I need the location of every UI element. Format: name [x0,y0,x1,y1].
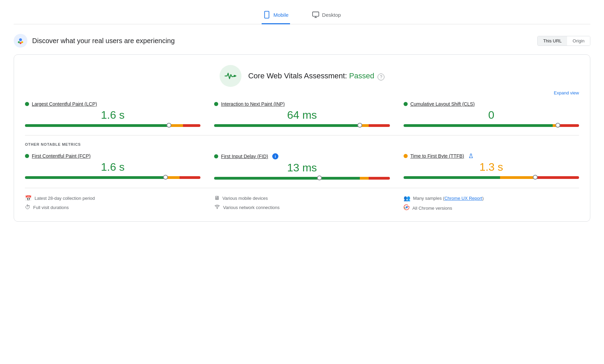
cls-status-dot [404,102,408,106]
tab-desktop-label: Desktop [322,12,341,18]
tab-bar: Mobile Desktop [14,7,590,24]
cwv-help-icon[interactable]: ? [378,74,384,80]
lcp-status-dot [25,102,29,106]
fid-info-icon[interactable]: i [272,153,278,159]
ttfb-bar-red [535,176,579,179]
svg-point-10 [234,75,236,77]
footer-col-1: 📅 Latest 28-day collection period ⏱ Full… [25,195,200,212]
metric-ttfb: Time to First Byte (TTFB) 1.3 s [404,153,579,180]
google-icon [16,36,25,46]
metric-fcp: First Contentful Paint (FCP) 1.6 s [25,153,200,180]
metric-ttfb-label: Time to First Byte (TTFB) [404,153,579,159]
chrome-versions-text: All Chrome versions [412,206,452,211]
collection-period-text: Latest 28-day collection period [35,196,95,201]
fcp-marker [163,175,168,180]
chrome-icon [404,204,410,212]
fid-status-dot [214,154,218,158]
inp-bar-green [214,124,360,127]
svg-point-7 [18,41,20,43]
fid-link[interactable]: First Input Delay (FID) [221,154,268,159]
heartbeat-icon [224,70,237,82]
footer-info: 📅 Latest 28-day collection period ⏱ Full… [25,188,579,212]
origin-button[interactable]: Origin [567,36,590,46]
cls-bar [404,124,579,127]
metric-inp-label: Interaction to Next Paint (INP) [214,101,390,107]
cls-bar-green [404,124,553,127]
chrome-ux-report-link[interactable]: Chrome UX Report [444,196,482,201]
wifi-icon [214,204,220,211]
page-title: Discover what your real users are experi… [32,37,175,45]
ttfb-bar [404,176,579,179]
expand-view-link[interactable]: Expand view [554,90,579,95]
svg-point-8 [21,41,23,43]
cls-link[interactable]: Cumulative Layout Shift (CLS) [410,101,475,107]
svg-point-12 [406,206,408,208]
fid-bar-green [214,177,360,180]
visit-durations-text: Full visit durations [33,205,69,210]
fid-bar [214,177,390,180]
svg-rect-0 [265,11,269,18]
lcp-marker [167,123,171,128]
cwv-title: Core Web Vitals Assessment: Passed ? [248,72,385,80]
footer-visit-durations: ⏱ Full visit durations [25,204,200,210]
svg-point-6 [19,38,22,41]
footer-collection-period: 📅 Latest 28-day collection period [25,195,200,202]
stopwatch-icon: ⏱ [25,204,30,210]
footer-mobile-devices: 🖥 Various mobile devices [214,195,390,201]
tab-mobile[interactable]: Mobile [262,7,290,24]
mobile-icon [263,11,271,18]
avatar [14,34,27,48]
fcp-bar [25,176,200,179]
fcp-link[interactable]: First Contentful Paint (FCP) [32,153,91,159]
section-divider [25,135,579,135]
header-left: Discover what your real users are experi… [14,34,175,48]
ttfb-status-dot [404,154,408,158]
metric-fcp-label: First Contentful Paint (FCP) [25,153,200,159]
desktop-icon [312,11,319,18]
cwv-icon-circle [220,65,241,87]
svg-point-11 [217,208,218,209]
fcp-bar-red [180,176,201,179]
cls-marker [555,123,560,128]
core-metrics-grid: Largest Contentful Paint (LCP) 1.6 s Int… [25,101,579,127]
svg-point-9 [19,42,22,44]
this-url-button[interactable]: This URL [538,36,567,46]
samples-text: Many samples (Chrome UX Report) [413,196,484,201]
inp-value: 64 ms [214,109,390,121]
lcp-bar [25,124,200,127]
inp-link[interactable]: Interaction to Next Paint (INP) [221,101,285,107]
fcp-value: 1.6 s [25,161,200,173]
metric-lcp: Largest Contentful Paint (LCP) 1.6 s [25,101,200,127]
inp-status-dot [214,102,218,106]
tab-mobile-label: Mobile [273,12,288,18]
metric-inp: Interaction to Next Paint (INP) 64 ms [214,101,390,127]
cwv-assessment-text: Core Web Vitals Assessment: Passed ? [248,72,385,80]
url-origin-toggle: This URL Origin [537,36,590,46]
footer-samples: 👥 Many samples (Chrome UX Report) [404,195,579,202]
wifi-svg [214,204,220,209]
fcp-status-dot [25,154,29,158]
lcp-link[interactable]: Largest Contentful Paint (LCP) [32,101,97,107]
tab-desktop[interactable]: Desktop [311,7,342,24]
chrome-svg [404,204,410,210]
ttfb-value: 1.3 s [404,161,579,173]
cwv-header: Core Web Vitals Assessment: Passed ? [25,65,579,87]
header-section: Discover what your real users are experi… [14,34,590,48]
network-text: Various network connections [223,205,279,210]
fid-marker [317,176,322,180]
mobile-devices-text: Various mobile devices [222,196,268,201]
other-metrics-grid: First Contentful Paint (FCP) 1.6 s First [25,153,579,180]
other-metrics-label: OTHER NOTABLE METRICS [25,142,579,146]
ttfb-marker [533,175,538,180]
metric-lcp-label: Largest Contentful Paint (LCP) [25,101,200,107]
ttfb-link[interactable]: Time to First Byte (TTFB) [410,153,464,159]
metric-cls: Cumulative Layout Shift (CLS) 0 [404,101,579,127]
main-card: Core Web Vitals Assessment: Passed ? Exp… [14,54,590,222]
expand-view: Expand view [25,90,579,96]
lcp-value: 1.6 s [25,109,200,121]
ttfb-bar-orange [500,176,535,179]
lcp-bar-red [183,124,200,127]
inp-marker [357,123,362,128]
inp-bar-red [369,124,390,127]
footer-chrome-versions: All Chrome versions [404,204,579,212]
